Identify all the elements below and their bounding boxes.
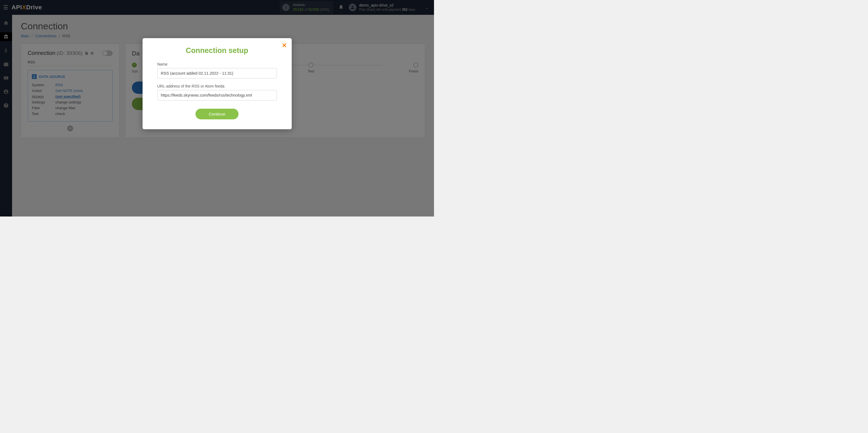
continue-button[interactable]: Continue [195, 109, 238, 119]
url-input[interactable] [157, 90, 277, 100]
connection-setup-modal: ✕ Connection setup Name URL-address of t… [143, 38, 292, 129]
name-label: Name [157, 62, 277, 66]
close-icon[interactable]: ✕ [282, 42, 287, 49]
url-label: URL-address of the RSS or Atom feeda [157, 84, 277, 88]
name-input[interactable] [157, 68, 277, 79]
modal-overlay[interactable]: ✕ Connection setup Name URL-address of t… [0, 0, 434, 216]
modal-title: Connection setup [157, 47, 277, 55]
